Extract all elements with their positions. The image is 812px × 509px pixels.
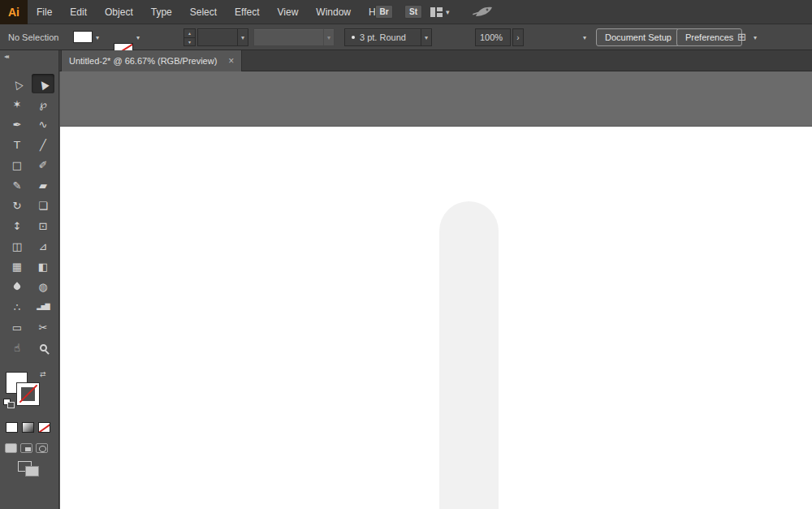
menu-window[interactable]: Window — [307, 0, 360, 24]
pencil-tool[interactable]: ✎ — [6, 175, 28, 195]
brush-chevron-icon[interactable]: ▾ — [421, 29, 431, 45]
width-icon: ↕ — [13, 221, 22, 231]
eyedropper-tool[interactable] — [6, 277, 28, 296]
hand-tool[interactable]: ☝ — [6, 338, 28, 357]
perspective-grid-icon: ⊿ — [39, 241, 48, 252]
column-graph-icon: ▂▅▇ — [37, 304, 49, 310]
stock-button[interactable]: St — [404, 5, 422, 19]
paintbrush-tool[interactable]: ✐ — [32, 155, 54, 175]
rectangle-icon: □ — [12, 160, 22, 170]
opacity-input[interactable] — [475, 28, 511, 46]
menu-effect[interactable]: Effect — [226, 0, 268, 24]
stroke-chevron-icon[interactable]: ▾ — [136, 34, 140, 41]
artboard — [60, 126, 812, 509]
drawing-modes-row — [5, 443, 48, 453]
gradient-tool[interactable]: ◧ — [32, 257, 54, 276]
collapse-panel-icon[interactable]: ◂◂ — [4, 53, 7, 60]
zoom-icon — [40, 344, 47, 352]
stroke-width-chevron-icon[interactable]: ▾ — [237, 29, 248, 45]
document-tab-title: Untitled-2* @ 66.67% (RGB/Preview) — [69, 56, 217, 66]
menu-select[interactable]: Select — [181, 0, 226, 24]
color-gradient-none-row — [6, 422, 50, 433]
stroke-width-stepper[interactable]: ▴ ▾ — [184, 28, 196, 46]
scale-tool[interactable]: ❏ — [32, 196, 54, 215]
symbol-sprayer-tool[interactable]: ∴ — [6, 297, 28, 317]
align-chevron-icon[interactable]: ▾ — [754, 34, 757, 41]
slice-tool[interactable]: ✂ — [32, 317, 54, 337]
stroke-width-dropdown[interactable]: ▾ — [197, 28, 248, 46]
column-graph-tool[interactable]: ▂▅▇ — [32, 297, 54, 317]
swap-fill-stroke-icon[interactable]: ⇄ — [40, 370, 46, 378]
menu-object[interactable]: Object — [96, 0, 142, 24]
rotate-icon: ↻ — [13, 201, 22, 211]
document-tab[interactable]: Untitled-2* @ 66.67% (RGB/Preview) × — [61, 50, 242, 71]
stepper-down-icon[interactable]: ▾ — [184, 38, 195, 46]
draw-inside-button[interactable] — [36, 443, 48, 453]
fill-chevron-icon[interactable]: ▾ — [96, 34, 99, 41]
document-setup-button[interactable]: Document Setup — [596, 28, 680, 46]
perspective-grid-tool[interactable]: ⊿ — [32, 236, 54, 256]
selection-tool[interactable]: ▲ — [32, 74, 54, 93]
zoom-tool[interactable] — [32, 338, 54, 357]
color-button[interactable] — [6, 422, 18, 433]
eraser-tool[interactable]: ▰ — [32, 175, 54, 195]
default-fill-stroke-icon[interactable] — [3, 399, 14, 408]
direct-selection-icon: △ — [11, 77, 24, 90]
menu-view[interactable]: View — [269, 0, 308, 24]
tools-panel: ◂◂ △ ▲ ✶ ℘ ✒ ∿ T ╱ □ ✐ ✎ ▰ ↻ ❏ ↕ ⊡ ◫ ⊿ ▦… — [0, 50, 59, 509]
stroke-proxy-swatch[interactable] — [17, 383, 39, 405]
shape-builder-icon: ◫ — [12, 241, 22, 252]
symbol-sprayer-icon: ∴ — [14, 302, 20, 313]
eraser-icon: ▰ — [39, 180, 47, 191]
lasso-tool[interactable]: ℘ — [32, 94, 54, 114]
none-button[interactable] — [38, 422, 50, 433]
rotate-tool[interactable]: ↻ — [6, 196, 28, 215]
direct-selection-tool[interactable]: △ — [6, 74, 28, 93]
lasso-icon: ℘ — [39, 99, 46, 110]
curvature-icon: ∿ — [39, 119, 48, 130]
style-chevron-icon[interactable]: ▾ — [583, 34, 586, 41]
menu-type[interactable]: Type — [142, 0, 181, 24]
rectangle-tool[interactable]: □ — [6, 155, 28, 175]
fill-color-swatch[interactable] — [73, 31, 93, 43]
stepper-up-icon[interactable]: ▴ — [184, 29, 195, 38]
magic-wand-tool[interactable]: ✶ — [6, 94, 28, 114]
workspace-switcher-icon[interactable] — [430, 7, 443, 17]
screen-mode-button[interactable] — [18, 461, 39, 476]
blend-tool[interactable]: ◍ — [32, 277, 54, 296]
selection-status: No Selection — [8, 24, 58, 50]
free-transform-tool[interactable]: ⊡ — [32, 216, 54, 235]
eyedropper-icon — [12, 282, 21, 291]
brush-definition-dropdown[interactable]: 3 pt. Round ▾ — [344, 28, 432, 46]
scale-icon: ❏ — [38, 201, 48, 211]
gradient-button[interactable] — [22, 422, 34, 433]
curvature-tool[interactable]: ∿ — [32, 114, 54, 134]
magic-wand-icon: ✶ — [13, 99, 22, 110]
control-bar: No Selection ▾ ▾ Stroke: ▴ ▾ ▾ ▾ 3 pt. R… — [0, 24, 812, 50]
mesh-tool[interactable]: ▦ — [6, 257, 28, 276]
brush-definition-value: 3 pt. Round — [360, 32, 406, 42]
canvas-shape[interactable] — [439, 201, 499, 509]
canvas-pasteboard — [60, 71, 812, 509]
opacity-expand-button[interactable]: › — [512, 28, 524, 46]
line-segment-tool[interactable]: ╱ — [32, 135, 54, 154]
width-profile-dropdown: ▾ — [253, 28, 335, 46]
none-slash-icon — [19, 385, 38, 403]
artboard-tool[interactable]: ▭ — [6, 317, 28, 337]
tab-close-icon[interactable]: × — [228, 56, 234, 66]
pen-icon: ✒ — [13, 119, 22, 130]
type-tool[interactable]: T — [6, 135, 28, 154]
draw-normal-button[interactable] — [5, 443, 17, 453]
line-segment-icon: ╱ — [40, 140, 46, 150]
draw-behind-button[interactable] — [20, 443, 32, 453]
menu-file[interactable]: File — [28, 0, 61, 24]
menu-edit[interactable]: Edit — [61, 0, 96, 24]
shape-builder-tool[interactable]: ◫ — [6, 236, 28, 256]
width-tool[interactable]: ↕ — [6, 216, 28, 235]
paintbrush-icon: ✐ — [39, 160, 48, 170]
workspace-chevron-icon[interactable]: ▾ — [446, 8, 450, 16]
pen-tool[interactable]: ✒ — [6, 114, 28, 134]
bridge-button[interactable]: Br — [375, 5, 393, 19]
preferences-button[interactable]: Preferences — [676, 28, 742, 46]
align-options-icon[interactable]: ⊞ — [737, 29, 746, 45]
